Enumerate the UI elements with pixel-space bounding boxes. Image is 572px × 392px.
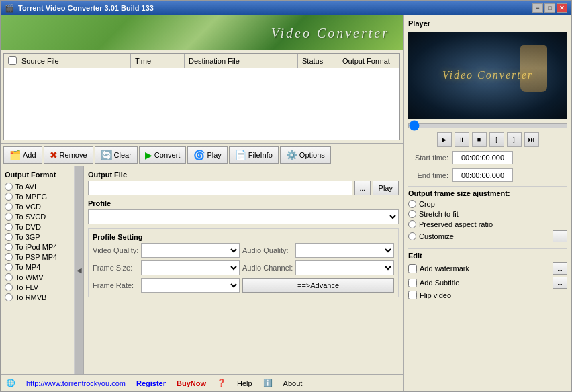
advance-button[interactable]: ==>Advance <box>242 278 394 293</box>
stretch-radio[interactable] <box>408 210 416 218</box>
about-link[interactable]: About <box>283 379 303 387</box>
skip-forward-button[interactable]: ⏭ <box>524 132 539 147</box>
format-wmv: To WMV <box>5 273 70 281</box>
customize-browse-button[interactable]: ... <box>553 230 567 242</box>
watermark-checkbox[interactable] <box>408 264 417 273</box>
crop-row: Crop <box>408 200 567 208</box>
subtitle-label: Add Subtitle <box>420 279 459 287</box>
add-button[interactable]: 🗂️ Add <box>3 146 42 164</box>
audio-quality-label: Audio Quality: <box>242 246 293 254</box>
profile-section: Profile <box>88 199 399 224</box>
format-ipod-radio[interactable] <box>5 243 13 251</box>
profile-select[interactable] <box>88 209 399 224</box>
file-list-body[interactable] <box>4 68 399 140</box>
settings-panel: Output File ... Play Profile <box>84 166 403 374</box>
format-svcd-radio[interactable] <box>5 213 13 221</box>
fileinfo-icon: 📄 <box>235 150 246 160</box>
output-file-play-button[interactable]: Play <box>373 181 399 195</box>
flipvideo-checkbox[interactable] <box>408 291 417 299</box>
format-avi-radio[interactable] <box>5 183 13 191</box>
title-bar: 🎬 Torrent Video Converter 3.01 Build 133… <box>1 1 571 15</box>
select-all-checkbox[interactable] <box>8 56 17 65</box>
stop-ctrl-button[interactable]: ■ <box>472 132 487 147</box>
preserve-radio[interactable] <box>408 220 416 228</box>
output-file-browse-button[interactable]: ... <box>354 181 371 195</box>
frame-rate-select[interactable] <box>141 278 240 293</box>
format-psp-radio[interactable] <box>5 253 13 261</box>
frame-size-select[interactable] <box>141 260 240 275</box>
format-3gp: To 3GP <box>5 233 70 241</box>
maximize-button[interactable]: □ <box>544 3 555 13</box>
format-ipod: To iPod MP4 <box>5 243 70 251</box>
audio-channel-label: Audio Channel: <box>242 264 293 272</box>
format-3gp-radio[interactable] <box>5 233 13 241</box>
subtitle-browse-button[interactable]: ... <box>553 277 567 289</box>
end-time-row: End time: <box>408 168 567 182</box>
output-file-section: Output File ... Play <box>88 170 399 195</box>
fileinfo-button[interactable]: 📄 FileInfo <box>229 146 279 164</box>
remove-button[interactable]: ✖ Remove <box>44 146 93 164</box>
play-ctrl-button[interactable]: ▶ <box>437 132 452 147</box>
col-time-header: Time <box>131 54 185 68</box>
subtitle-checkbox[interactable] <box>408 279 417 287</box>
crop-radio[interactable] <box>408 200 416 208</box>
player-preview: Video Converter <box>408 32 567 119</box>
edit-section: Edit Add watermark ... Add Subtitle ... … <box>408 248 567 301</box>
audio-channel-select[interactable] <box>295 260 394 275</box>
format-vcd-radio[interactable] <box>5 203 13 211</box>
player-preview-bottle <box>520 45 547 92</box>
format-wmv-radio[interactable] <box>5 273 13 281</box>
options-icon: ⚙️ <box>286 150 297 160</box>
pause-ctrl-button[interactable]: ⏸ <box>455 132 469 147</box>
audio-quality-select[interactable] <box>295 243 394 258</box>
clear-button[interactable]: 🔄 Clear <box>95 146 138 164</box>
player-slider-row <box>408 123 567 128</box>
col-dest-header: Destination File <box>185 54 298 68</box>
output-file-input[interactable] <box>88 181 352 195</box>
play-button[interactable]: 🌀 Play <box>187 146 227 164</box>
format-rmvb-radio[interactable] <box>5 293 13 301</box>
add-icon: 🗂️ <box>9 150 21 160</box>
output-file-row: ... Play <box>88 181 399 195</box>
video-quality-select[interactable] <box>141 243 240 258</box>
start-time-input[interactable] <box>452 151 513 164</box>
minimize-button[interactable]: − <box>532 3 543 13</box>
close-button[interactable]: ✕ <box>557 3 567 13</box>
convert-icon: ▶ <box>145 150 152 160</box>
player-preview-text: Video Converter <box>442 69 533 81</box>
flipvideo-row: Flip video <box>408 291 567 299</box>
format-mp4: To MP4 <box>5 263 70 271</box>
format-svcd: To SVCD <box>5 213 70 221</box>
title-bar-left: 🎬 Torrent Video Converter 3.01 Build 133 <box>5 4 154 13</box>
preserve-label: Preserved aspect ratio <box>419 220 493 228</box>
bracket-open-button[interactable]: [ <box>489 132 504 147</box>
col-format-header: Output Format <box>338 54 399 68</box>
options-button[interactable]: ⚙️ Options <box>280 146 331 164</box>
format-flv-radio[interactable] <box>5 283 13 291</box>
format-avi: To AVI <box>5 183 70 191</box>
customize-radio[interactable] <box>408 232 416 240</box>
video-quality-label: Video Quality: <box>93 246 138 254</box>
output-format-panel: Output Format To AVI To MPEG To VCD <box>1 166 75 374</box>
format-mp4-radio[interactable] <box>5 263 13 271</box>
website-link[interactable]: http://www.torrentrockyou.com <box>26 379 126 387</box>
col-status-header: Status <box>298 54 338 68</box>
format-mpeg: To MPEG <box>5 193 70 201</box>
buynow-link[interactable]: BuyNow <box>177 379 206 387</box>
watermark-browse-button[interactable]: ... <box>553 262 567 275</box>
bracket-close-button[interactable]: ] <box>507 132 522 147</box>
end-time-input[interactable] <box>452 168 513 182</box>
convert-button[interactable]: ▶ Convert <box>139 146 187 164</box>
divider-arrow[interactable]: ◀ <box>75 166 84 374</box>
main-window: 🎬 Torrent Video Converter 3.01 Build 133… <box>0 0 572 392</box>
customize-label: Customize <box>419 232 454 240</box>
about-icon: ℹ️ <box>263 379 273 387</box>
player-progress-slider[interactable] <box>408 123 567 128</box>
help-link[interactable]: Help <box>237 379 252 387</box>
col-check-header <box>4 54 17 68</box>
profile-setting-grid: Video Quality: Audio Quality: Frame Size… <box>93 243 394 293</box>
format-rmvb: To RMVB <box>5 293 70 301</box>
register-link[interactable]: Register <box>136 379 166 387</box>
format-mpeg-radio[interactable] <box>5 193 13 201</box>
format-dvd-radio[interactable] <box>5 223 13 231</box>
